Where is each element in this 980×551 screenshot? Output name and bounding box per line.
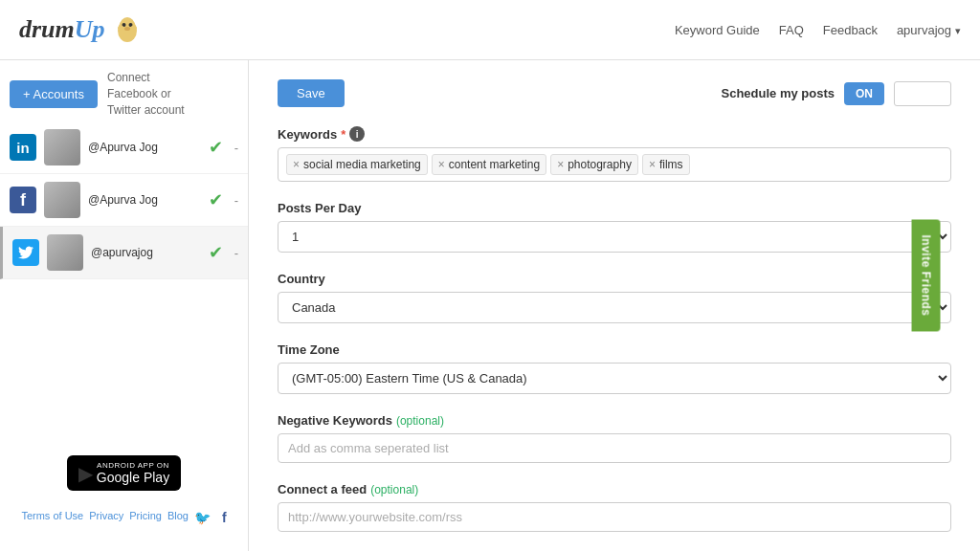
top-bar: Save Schedule my posts ON [278,79,951,107]
svg-point-4 [124,27,130,31]
timezone-label: Time Zone [278,342,951,357]
content-area: Save Schedule my posts ON Keywords * i ×… [249,60,980,551]
posts-per-day-label: Posts Per Day [278,201,951,215]
account-item-linkedin[interactable]: in @Apurva Jog ✔ - [0,121,248,174]
keywords-section: Keywords * i ×social media marketing ×co… [278,126,951,182]
header: drumUp Keyword Guide FAQ Feedback apurva… [0,0,980,60]
schedule-wrap: Schedule my posts ON [722,81,951,106]
privacy-link[interactable]: Privacy [89,510,123,525]
sidebar-links: Terms of Use Privacy Pricing Blog 🐦 f [10,510,238,525]
connect-feed-label: Connect a feed (optional) [278,482,951,496]
blog-link[interactable]: Blog [167,510,189,525]
logo-up: Up [75,15,105,44]
twitter-footer-icon: 🐦 [194,510,211,525]
header-nav: Keyword Guide FAQ Feedback apurvajog [675,23,961,37]
account-item-twitter[interactable]: @apurvajog ✔ - [0,227,248,279]
twitter-account-name: @apurvajog [91,246,201,259]
keyword-tag-content: ×content marketing [432,154,546,175]
info-icon[interactable]: i [349,126,365,142]
facebook-avatar [44,182,80,218]
required-asterisk: * [341,127,345,142]
country-section: Country Canada United States United King… [278,272,951,323]
linkedin-menu-dot[interactable]: - [234,141,238,155]
pricing-link[interactable]: Pricing [129,510,162,525]
facebook-icon: f [10,187,36,213]
schedule-label: Schedule my posts [722,86,835,100]
negative-keywords-optional: (optional) [396,414,444,428]
user-menu[interactable]: apurvajog [897,23,961,37]
country-label: Country [278,272,951,286]
account-item-facebook[interactable]: f @Apurva Jog ✔ - [0,174,248,227]
username: apurvajog [897,23,951,37]
terms-link[interactable]: Terms of Use [21,510,83,525]
google-play-badge[interactable]: ▶ ANDROID APP ON Google Play [67,455,181,491]
schedule-toggle-button[interactable]: ON [844,82,884,105]
main-layout: + Accounts ConnectFacebook orTwitter acc… [0,60,980,551]
google-play-top-text: ANDROID APP ON [97,461,169,470]
accounts-section: in @Apurva Jog ✔ - f @Apurva Jog ✔ - [0,121,248,279]
facebook-menu-dot[interactable]: - [234,193,238,208]
negative-keywords-section: Negative Keywords (optional) [278,413,951,463]
negative-keywords-label: Negative Keywords (optional) [278,413,951,428]
connect-text: ConnectFacebook orTwitter account [107,70,185,118]
logo-drum: drum [19,15,75,44]
country-select[interactable]: Canada United States United Kingdom Aust… [278,292,951,323]
timezone-select[interactable]: (GMT-05:00) Eastern Time (US & Canada) (… [278,363,951,394]
keyword-remove-content[interactable]: × [438,158,445,171]
posts-per-day-select[interactable]: 1 2 3 4 5 [278,221,951,253]
google-play-icon: ▶ [78,462,93,485]
chevron-down-icon [955,23,961,37]
faq-link[interactable]: FAQ [779,23,804,37]
connect-feed-input[interactable] [278,502,951,532]
keyword-remove-social[interactable]: × [293,158,300,171]
keyword-tag-social: ×social media marketing [286,154,428,175]
sidebar: + Accounts ConnectFacebook orTwitter acc… [0,60,249,551]
sidebar-footer: ▶ ANDROID APP ON Google Play Terms of Us… [0,446,248,535]
twitter-check-icon: ✔ [209,242,223,263]
invite-friends-tab[interactable]: Invite Friends [911,219,940,331]
twitter-menu-dot[interactable]: - [234,246,238,260]
facebook-check-icon: ✔ [209,189,223,210]
linkedin-check-icon: ✔ [209,137,223,158]
feedback-link[interactable]: Feedback [823,23,878,37]
posts-per-day-section: Posts Per Day 1 2 3 4 5 [278,201,951,253]
mascot-icon [109,11,145,48]
keywords-label: Keywords * i [278,126,951,142]
keyword-tag-photography: ×photography [550,154,638,175]
facebook-footer-icon: f [222,510,227,525]
facebook-account-name: @Apurva Jog [88,193,201,207]
logo: drumUp [19,11,145,48]
twitter-icon [12,239,39,266]
keyword-remove-films[interactable]: × [649,158,656,171]
accounts-btn-wrap: + Accounts ConnectFacebook orTwitter acc… [0,70,248,118]
timezone-section: Time Zone (GMT-05:00) Eastern Time (US &… [278,342,951,394]
google-play-store-text: Google Play [97,470,169,485]
keyword-tag-films: ×films [642,154,690,175]
keywords-box[interactable]: ×social media marketing ×content marketi… [278,147,951,182]
linkedin-icon: in [10,134,36,161]
linkedin-account-name: @Apurva Jog [88,141,201,154]
add-accounts-button[interactable]: + Accounts [10,80,98,108]
linkedin-avatar [44,129,80,165]
keyword-remove-photography[interactable]: × [557,158,564,171]
connect-feed-optional: (optional) [370,483,418,496]
negative-keywords-input[interactable] [278,433,951,463]
connect-feed-section: Connect a feed (optional) [278,482,951,532]
schedule-toggle-input[interactable] [894,81,951,106]
keyword-guide-link[interactable]: Keyword Guide [675,23,760,37]
twitter-avatar [47,234,83,271]
save-button[interactable]: Save [278,79,345,107]
